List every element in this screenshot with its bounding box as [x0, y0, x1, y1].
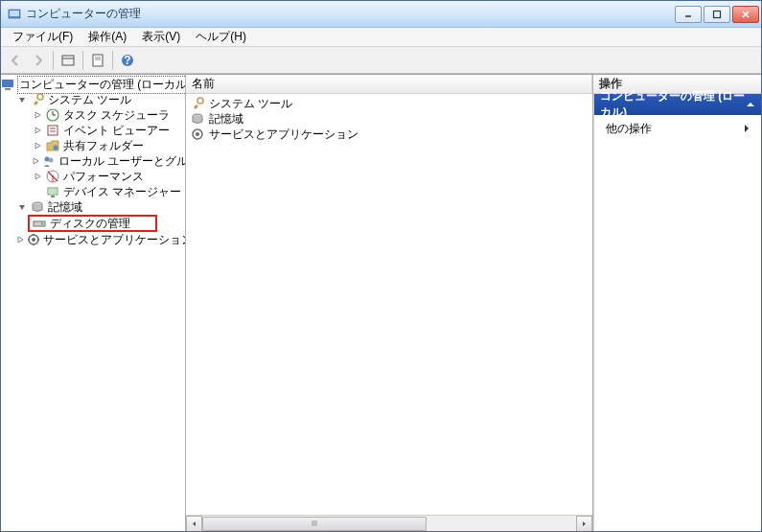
tree-item-disk-management-highlighted[interactable]: ディスクの管理 [28, 215, 157, 232]
tree-label: ディスクの管理 [50, 216, 130, 232]
app-icon [7, 7, 22, 22]
computer-icon [1, 77, 14, 92]
list-row[interactable]: システム ツール [186, 96, 592, 111]
tree-item-local-users[interactable]: ローカル ユーザーとグループ [1, 153, 185, 169]
list-body: システム ツール 記憶域 サービスとアプリケーション [186, 94, 592, 515]
list-row[interactable]: サービスとアプリケーション [186, 127, 592, 142]
titlebar: コンピューターの管理 [1, 1, 761, 28]
tree-item-services-apps[interactable]: サービスとアプリケーション [1, 232, 185, 247]
collapse-icon[interactable] [16, 94, 28, 105]
svg-rect-30 [49, 189, 57, 194]
svg-point-41 [197, 98, 203, 104]
action-section-header[interactable]: コンピューターの管理 (ローカル) [594, 94, 761, 115]
tree-item-shared-folders[interactable]: 共有フォルダー [1, 138, 185, 153]
maximize-button[interactable] [704, 6, 730, 23]
svg-point-34 [41, 223, 43, 225]
action-section-title: コンピューターの管理 (ローカル) [600, 88, 746, 121]
back-button[interactable] [5, 50, 26, 71]
menu-file[interactable]: ファイル(F) [5, 27, 81, 47]
svg-point-36 [32, 238, 35, 242]
tree-label: イベント ビューアー [63, 123, 170, 139]
collapse-icon[interactable] [16, 201, 28, 213]
scroll-track[interactable] [202, 516, 576, 532]
tree-root[interactable]: コンピューターの管理 (ローカル) [1, 77, 185, 92]
tree-item-event-viewer[interactable]: イベント ビューアー [1, 123, 185, 138]
device-icon [45, 184, 60, 199]
menubar: ファイル(F) 操作(A) 表示(V) ヘルプ(H) [1, 28, 761, 47]
tree-label: ローカル ユーザーとグループ [58, 153, 186, 170]
services-icon [27, 232, 40, 247]
toolbar-separator [112, 51, 113, 70]
svg-rect-19 [48, 126, 58, 135]
expand-icon[interactable] [32, 171, 43, 182]
tree-panel: コンピューターの管理 (ローカル) システム ツール タスク スケジューラ イベ… [1, 75, 186, 531]
clock-icon [45, 107, 60, 123]
menu-help[interactable]: ヘルプ(H) [188, 27, 254, 47]
action-panel: 操作 コンピューターの管理 (ローカル) 他の操作 [593, 75, 761, 531]
tree-label: タスク スケジューラ [63, 107, 170, 124]
collapse-up-icon [746, 98, 755, 111]
svg-point-15 [37, 94, 43, 100]
svg-rect-3 [714, 11, 721, 17]
svg-rect-8 [93, 55, 103, 66]
list-panel: 名前 システム ツール 記憶域 サービスとアプリケーション [186, 75, 593, 531]
tree-label: サービスとアプリケーション [43, 232, 186, 248]
expand-icon[interactable] [32, 155, 40, 167]
forward-button[interactable] [28, 50, 49, 71]
tree-item-device-manager[interactable]: デバイス マネージャー [1, 184, 185, 199]
minimize-button[interactable] [675, 6, 702, 23]
menu-view[interactable]: 表示(V) [134, 27, 188, 47]
up-button[interactable] [58, 50, 79, 71]
menu-action[interactable]: 操作(A) [81, 27, 134, 47]
performance-icon [45, 169, 60, 184]
toolbar-separator [53, 51, 54, 70]
help-button[interactable]: ? [117, 50, 138, 71]
grip-icon [311, 520, 318, 527]
svg-rect-1 [10, 11, 19, 16]
tree-label: パフォーマンス [63, 169, 144, 185]
list-header: 名前 [186, 75, 592, 94]
tree-item-task-scheduler[interactable]: タスク スケジューラ [1, 107, 185, 123]
svg-point-24 [49, 158, 54, 163]
close-button[interactable] [732, 6, 759, 23]
chevron-right-icon [744, 123, 750, 136]
tree-item-storage[interactable]: 記憶域 [1, 199, 185, 215]
services-icon [190, 127, 205, 142]
tree-label: システム ツール [48, 92, 131, 108]
properties-button[interactable] [87, 50, 108, 71]
users-icon [42, 153, 56, 169]
shared-folder-icon [45, 138, 60, 153]
spacer [32, 186, 43, 197]
scroll-right-button[interactable] [576, 516, 592, 532]
main-area: コンピューターの管理 (ローカル) システム ツール タスク スケジューラ イベ… [1, 74, 761, 531]
svg-point-22 [54, 146, 58, 150]
scroll-left-button[interactable] [186, 516, 202, 532]
column-name[interactable]: 名前 [186, 75, 592, 93]
list-item-label: 記憶域 [209, 111, 243, 127]
svg-text:?: ? [124, 54, 130, 67]
tree-item-system-tools[interactable]: システム ツール [1, 92, 185, 107]
disk-icon [32, 216, 47, 231]
expand-icon[interactable] [32, 140, 43, 151]
horizontal-scrollbar[interactable] [186, 515, 592, 531]
expand-icon[interactable] [16, 234, 25, 245]
scroll-thumb[interactable] [202, 517, 427, 531]
svg-rect-6 [62, 56, 74, 65]
expand-icon[interactable] [32, 109, 43, 121]
event-icon [45, 123, 60, 138]
svg-rect-33 [34, 221, 45, 226]
tree-label: 記憶域 [48, 199, 82, 216]
action-body: コンピューターの管理 (ローカル) 他の操作 [593, 94, 761, 531]
list-item-label: サービスとアプリケーション [209, 127, 358, 143]
tree-item-performance[interactable]: パフォーマンス [1, 169, 185, 184]
expand-icon[interactable] [32, 125, 43, 136]
list-row[interactable]: 記憶域 [186, 111, 592, 127]
tools-icon [30, 92, 45, 107]
svg-rect-13 [2, 80, 13, 87]
storage-icon [30, 199, 45, 215]
svg-rect-31 [51, 196, 55, 197]
svg-point-44 [196, 132, 199, 136]
storage-icon [190, 111, 205, 127]
toolbar-separator [82, 51, 83, 70]
action-item-label: 他の操作 [606, 121, 652, 137]
